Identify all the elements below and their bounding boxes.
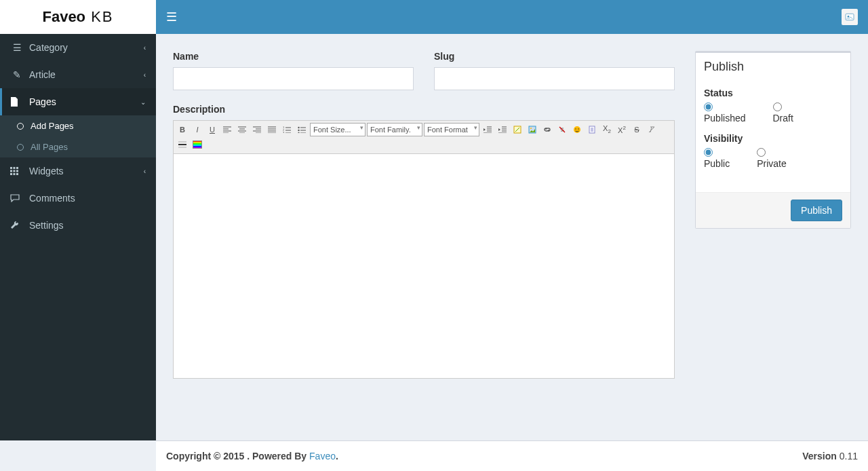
sidebar-item-article[interactable]: ✎ Article ‹	[0, 61, 156, 88]
chevron-down-icon: ⌄	[140, 98, 146, 106]
indent-button[interactable]	[496, 123, 509, 136]
svg-point-35	[298, 130, 299, 131]
edit-html-button[interactable]	[511, 123, 524, 136]
faveo-link[interactable]: Faveo	[309, 451, 336, 461]
visibility-private-option[interactable]: Private	[757, 148, 787, 169]
menu-toggle-icon[interactable]: ☰	[166, 10, 177, 24]
circle-icon	[17, 144, 24, 151]
svg-rect-9	[14, 173, 16, 175]
chevron-left-icon: ‹	[144, 71, 146, 79]
italic-button[interactable]: I	[191, 123, 204, 136]
insert-button[interactable]	[570, 123, 584, 136]
visibility-public-radio[interactable]	[704, 148, 713, 157]
version-number: 0.11	[837, 451, 858, 461]
link-button[interactable]	[540, 123, 554, 136]
logo[interactable]: Faveo KB	[0, 0, 156, 34]
sidebar-item-widgets[interactable]: Widgets ‹	[0, 157, 156, 185]
rich-text-editor: B I U 123 Font Size... Font Family. Font	[173, 120, 675, 379]
status-draft-radio[interactable]	[773, 102, 782, 111]
file-icon	[10, 97, 24, 107]
radio-label: Draft	[773, 113, 793, 124]
align-left-button[interactable]	[220, 123, 234, 136]
svg-rect-3	[14, 167, 16, 169]
status-published-radio[interactable]	[704, 102, 713, 111]
publish-footer: Publish	[696, 192, 850, 228]
brand-main: Faveo	[42, 8, 85, 25]
radio-label: Private	[757, 158, 787, 169]
header-bar: ☰	[156, 0, 868, 34]
image-button[interactable]	[526, 123, 539, 136]
sidebar-item-pages[interactable]: Pages ⌄	[0, 88, 156, 115]
sidebar-item-category[interactable]: ☰ Category ‹	[0, 34, 156, 61]
unlink-button[interactable]	[555, 123, 569, 136]
status-draft-option[interactable]: Draft	[773, 102, 793, 124]
subscript-button[interactable]: X2	[600, 123, 614, 136]
dot: .	[336, 451, 338, 461]
align-right-button[interactable]	[250, 123, 264, 136]
main-content: Name Slug Description B I U	[156, 34, 868, 440]
svg-rect-4	[16, 167, 18, 169]
font-format-select[interactable]: Font Format	[424, 123, 479, 136]
slug-input[interactable]	[434, 67, 675, 90]
color-button[interactable]	[191, 138, 204, 151]
submenu-all-pages[interactable]: All Pages	[0, 136, 156, 157]
name-input[interactable]	[173, 67, 414, 90]
user-avatar[interactable]	[842, 9, 858, 25]
comment-icon	[10, 194, 24, 202]
status-published-option[interactable]: Published	[704, 102, 746, 124]
chevron-left-icon: ‹	[144, 44, 146, 52]
superscript-button[interactable]: X2	[615, 123, 629, 136]
name-label: Name	[173, 51, 414, 62]
sidebar-item-settings[interactable]: Settings	[0, 212, 156, 239]
publish-title: Publish	[696, 53, 850, 81]
status-group: Status Published Draft	[704, 88, 842, 124]
publish-box: Publish Status Published Draft	[695, 51, 851, 229]
svg-rect-10	[16, 173, 18, 175]
publish-button[interactable]: Publish	[791, 200, 842, 221]
sidebar-label: Comments	[29, 193, 146, 204]
visibility-private-radio[interactable]	[757, 148, 766, 157]
remove-format-button[interactable]	[645, 123, 658, 136]
strikethrough-button[interactable]: S	[630, 123, 644, 136]
align-center-button[interactable]	[235, 123, 249, 136]
sidebar-label: Article	[29, 69, 144, 80]
visibility-public-option[interactable]: Public	[704, 148, 730, 169]
name-group: Name	[173, 51, 414, 90]
submenu-label: Add Pages	[31, 121, 74, 131]
hr-button[interactable]	[176, 138, 189, 151]
brand-suffix: KB	[85, 8, 113, 25]
grid-icon	[10, 167, 24, 175]
visibility-group: Visibility Public Private	[704, 133, 842, 169]
ordered-list-button[interactable]: 123	[280, 123, 294, 136]
footer-copyright: Copyright © 2015 . Powered By Faveo.	[166, 451, 338, 461]
outdent-button[interactable]	[481, 123, 494, 136]
footer-version: Version 0.11	[802, 451, 858, 461]
sidebar-label: Pages	[29, 96, 140, 107]
version-label: Version	[802, 451, 837, 461]
bold-button[interactable]: B	[176, 123, 189, 136]
radio-label: Published	[704, 113, 746, 124]
svg-rect-6	[14, 170, 16, 172]
sidebar-label: Settings	[29, 220, 146, 231]
svg-rect-2	[10, 167, 12, 169]
sidebar: ☰ Category ‹ ✎ Article ‹ Pages ⌄ Add Pag…	[0, 34, 156, 440]
editor-body[interactable]	[174, 154, 674, 378]
svg-line-50	[559, 127, 565, 132]
submenu-add-pages[interactable]: Add Pages	[0, 115, 156, 136]
document-button[interactable]	[585, 123, 599, 136]
list-icon: ☰	[10, 42, 24, 53]
edit-icon: ✎	[10, 69, 24, 80]
underline-button[interactable]: U	[205, 123, 219, 136]
unordered-list-button[interactable]	[295, 123, 309, 136]
font-family-select[interactable]: Font Family.	[367, 123, 422, 136]
footer: Copyright © 2015 . Powered By Faveo. Ver…	[156, 440, 868, 471]
align-justify-button[interactable]	[265, 123, 279, 136]
svg-point-33	[298, 127, 299, 128]
font-size-select[interactable]: Font Size...	[310, 123, 366, 136]
copyright-text: Copyright © 2015 . Powered By	[166, 451, 309, 461]
svg-rect-8	[10, 173, 12, 175]
slug-group: Slug	[434, 51, 675, 90]
color-swatch-icon	[193, 140, 202, 149]
page-form: Name Slug Description B I U	[173, 51, 675, 379]
sidebar-item-comments[interactable]: Comments	[0, 185, 156, 212]
